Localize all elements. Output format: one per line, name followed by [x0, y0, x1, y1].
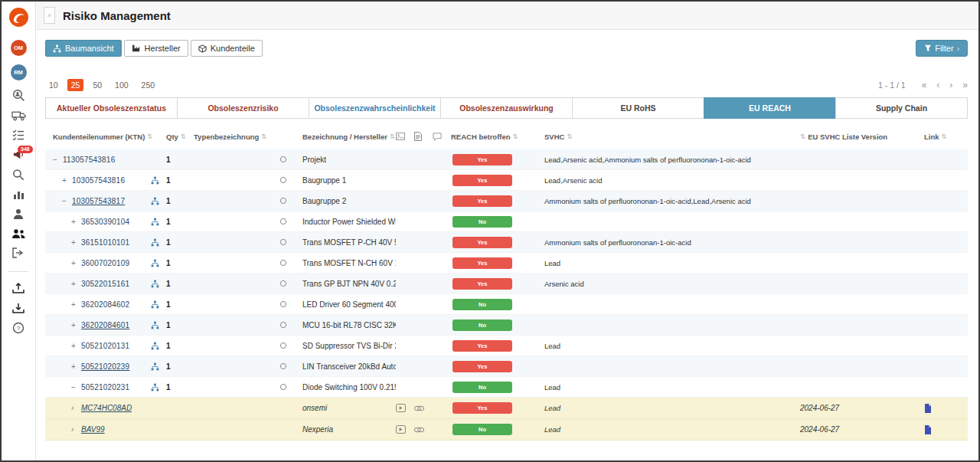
om-module-button[interactable]: OM	[2, 40, 35, 56]
expand-toggle[interactable]: ›	[71, 404, 81, 412]
sort-icon[interactable]: ⇅	[567, 133, 572, 140]
announcements-icon[interactable]: 348	[2, 149, 35, 160]
collapse-toggle[interactable]: −	[53, 156, 63, 164]
expand-toggle[interactable]: ›	[71, 425, 81, 434]
reach-badge[interactable]: No	[452, 382, 512, 393]
sidebar-collapse-button[interactable]: »	[44, 7, 55, 24]
link-icon[interactable]	[414, 427, 424, 433]
part-number-link[interactable]: 36202084601	[81, 321, 129, 329]
expand-toggle[interactable]: +	[71, 300, 81, 309]
hierarchy-icon[interactable]	[151, 321, 159, 329]
expand-toggle[interactable]: +	[71, 321, 81, 329]
kundenteile-button[interactable]: Kundenteile	[191, 40, 263, 57]
reach-badge[interactable]: Yes	[452, 278, 512, 290]
manufacturer-part-link[interactable]: MC74HC08AD	[81, 404, 132, 412]
document-link-icon[interactable]	[924, 425, 932, 434]
logout-icon[interactable]	[2, 247, 35, 258]
vehicle-icon[interactable]	[2, 110, 35, 121]
reach-badge[interactable]: No	[452, 424, 512, 435]
manufacturer-part-link[interactable]: BAV99	[81, 425, 105, 434]
team-icon[interactable]	[2, 228, 35, 239]
sort-icon[interactable]: ⇅	[147, 133, 152, 140]
rm-module-button[interactable]: RM	[2, 64, 35, 80]
reach-badge[interactable]: Yes	[452, 195, 512, 207]
part-number-link[interactable]: 50521020231	[81, 383, 129, 392]
sort-icon[interactable]: ⇅	[513, 133, 518, 140]
reach-badge[interactable]: No	[452, 299, 512, 310]
part-number-link[interactable]: 103057543816	[72, 176, 125, 185]
search-icon[interactable]	[2, 169, 35, 181]
hersteller-button[interactable]: Hersteller	[124, 40, 188, 57]
hierarchy-icon[interactable]	[151, 300, 159, 309]
page-size-10[interactable]: 10	[45, 79, 62, 91]
prev-page-icon[interactable]: ‹	[936, 80, 939, 90]
document-link-icon[interactable]	[924, 404, 932, 413]
part-number-link[interactable]: 113057543816	[63, 156, 115, 164]
page-size-100[interactable]: 100	[111, 79, 132, 91]
expand-toggle[interactable]: +	[71, 218, 81, 226]
upload-icon[interactable]	[2, 282, 35, 293]
sort-icon[interactable]: ⇅	[800, 133, 805, 140]
reach-badge[interactable]: No	[452, 319, 512, 331]
part-number-link[interactable]: 36007020109	[81, 259, 129, 267]
user-search-icon[interactable]	[2, 89, 35, 102]
sort-icon[interactable]: ⇅	[181, 133, 186, 140]
first-page-icon[interactable]: «	[922, 80, 927, 90]
collapse-toggle[interactable]: −	[71, 383, 81, 392]
part-number-link[interactable]: 50521020131	[81, 342, 129, 350]
hierarchy-icon[interactable]	[151, 176, 159, 185]
page-size-250[interactable]: 250	[138, 79, 159, 91]
video-icon[interactable]	[396, 404, 406, 412]
reach-badge[interactable]: Yes	[452, 340, 512, 352]
reach-badge[interactable]: Yes	[452, 175, 512, 186]
tab-obsoleszenzwahrscheinlichkeit[interactable]: Obsoleszenzwahrscheinlichkeit	[309, 97, 441, 119]
tab-obsoleszenzauswirkung[interactable]: Obsoleszenzauswirkung	[440, 97, 573, 119]
reach-badge[interactable]: Yes	[452, 402, 512, 414]
reach-badge[interactable]: No	[452, 216, 512, 228]
hierarchy-icon[interactable]	[151, 259, 159, 267]
tab-eu-reach[interactable]: EU REACH	[704, 97, 836, 119]
tab-obsoleszenzrisiko[interactable]: Obsoleszenzrisiko	[177, 97, 309, 119]
tab-eu-rohs[interactable]: EU RoHS	[572, 97, 704, 119]
expand-toggle[interactable]: +	[71, 342, 81, 350]
sort-icon[interactable]: ⇅	[261, 133, 266, 140]
filter-button[interactable]: Filter ›	[916, 40, 968, 57]
user-icon[interactable]	[2, 208, 35, 220]
expand-toggle[interactable]: +	[62, 176, 72, 185]
tab-aktueller-obsoleszenzstatus[interactable]: Aktueller Obsoleszenzstatus	[45, 97, 178, 119]
expand-toggle[interactable]: +	[71, 280, 81, 288]
checklist-icon[interactable]	[2, 129, 35, 140]
download-icon[interactable]	[2, 302, 35, 313]
baumansicht-button[interactable]: Baumansicht	[45, 40, 122, 57]
reach-badge[interactable]: Yes	[452, 257, 512, 269]
expand-toggle[interactable]: +	[71, 259, 81, 267]
expand-toggle[interactable]: +	[71, 238, 81, 247]
statistics-icon[interactable]	[2, 189, 35, 200]
part-number-link[interactable]: 36151010101	[81, 238, 129, 247]
link-icon[interactable]	[414, 405, 424, 411]
sort-icon[interactable]: ⇅	[942, 133, 947, 140]
part-number-link[interactable]: 103057543817	[72, 197, 125, 205]
hierarchy-icon[interactable]	[151, 238, 159, 247]
hierarchy-icon[interactable]	[151, 218, 159, 226]
part-number-link[interactable]: 36530390104	[81, 218, 129, 226]
hierarchy-icon[interactable]	[151, 342, 159, 350]
expand-toggle[interactable]: +	[71, 362, 81, 371]
hierarchy-icon[interactable]	[151, 362, 159, 371]
video-icon[interactable]	[396, 425, 406, 434]
sort-icon[interactable]: ⇅	[390, 133, 395, 140]
next-page-icon[interactable]: ›	[949, 80, 952, 90]
reach-badge[interactable]: Yes	[452, 237, 512, 248]
part-number-link[interactable]: 50521020239	[81, 362, 129, 371]
page-size-25[interactable]: 25	[67, 79, 84, 91]
part-number-link[interactable]: 30522015161	[81, 280, 129, 288]
hierarchy-icon[interactable]	[151, 280, 159, 288]
hierarchy-icon[interactable]	[151, 197, 159, 205]
tab-supply-chain[interactable]: Supply Chain	[835, 97, 968, 119]
last-page-icon[interactable]: »	[962, 80, 968, 90]
reach-badge[interactable]: Yes	[452, 154, 512, 165]
page-size-50[interactable]: 50	[89, 79, 106, 91]
collapse-toggle[interactable]: −	[62, 197, 72, 205]
hierarchy-icon[interactable]	[151, 383, 159, 392]
reach-badge[interactable]: Yes	[452, 361, 512, 372]
